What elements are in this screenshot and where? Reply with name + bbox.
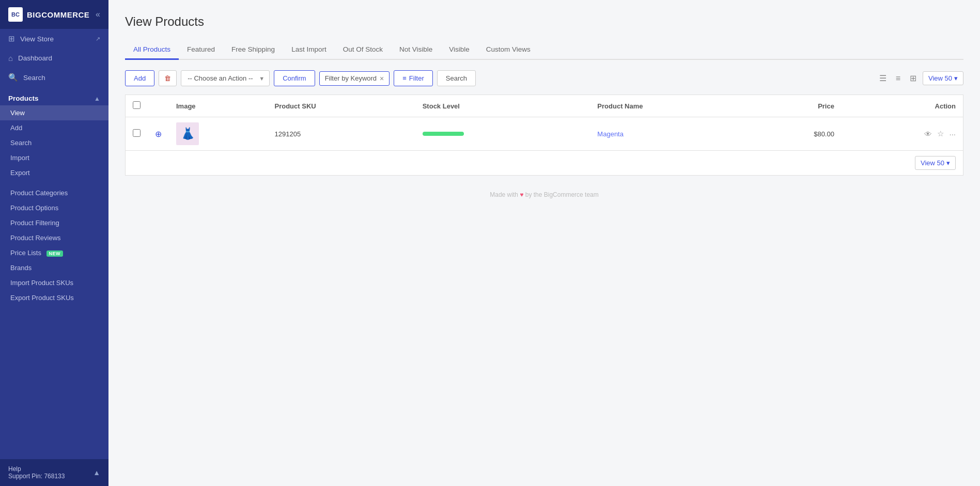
products-table: Image Product SKU Stock Level Product Na… <box>125 95 963 151</box>
products-section-header[interactable]: Products ▲ <box>0 87 108 105</box>
list-view-icon[interactable]: ☰ <box>876 71 890 85</box>
col-name: Product Name <box>590 95 749 117</box>
filter-icon: ≡ <box>402 74 407 82</box>
product-price: $80.00 <box>814 130 834 138</box>
compact-list-icon[interactable]: ≡ <box>893 72 904 85</box>
sidebar-sub-item-import[interactable]: Import <box>0 150 108 165</box>
favorite-icon[interactable]: ☆ <box>937 129 944 138</box>
filter-clear-icon[interactable]: × <box>380 74 384 83</box>
sidebar: BC BIGCOMMERCE « ⊞ View Store ↗ ⌂ Dashbo… <box>0 0 108 486</box>
table-header: Image Product SKU Stock Level Product Na… <box>126 95 963 117</box>
sidebar-sub-item-price-lists[interactable]: Price Lists NEW <box>0 245 108 260</box>
footer-made-with: Made with <box>490 191 520 198</box>
view-count-bottom-chevron: ▾ <box>946 159 950 167</box>
grid-view-icon[interactable]: ⊞ <box>907 71 920 85</box>
add-button[interactable]: Add <box>125 70 154 86</box>
select-all-checkbox[interactable] <box>133 101 141 109</box>
sidebar-sub-item-export[interactable]: Export <box>0 165 108 180</box>
action-select[interactable]: -- Choose an Action -- Delete Set Visibl… <box>181 70 270 86</box>
row-stock-cell <box>415 117 590 151</box>
tab-free-shipping[interactable]: Free Shipping <box>223 40 283 60</box>
search-icon: 🔍 <box>8 73 18 82</box>
col-image: Image <box>169 95 268 117</box>
filter-button[interactable]: ≡ Filter <box>394 70 432 86</box>
col-stock: Stock Level <box>415 95 590 117</box>
row-sku-cell: 1291205 <box>268 117 415 151</box>
support-pin: Support Pin: 768133 <box>8 473 65 480</box>
footer-text: Made with ♥ by the BigCommerce team <box>125 191 963 198</box>
sidebar-sub-item-export-product-skus[interactable]: Export Product SKUs <box>0 290 108 305</box>
sidebar-footer: Help Support Pin: 768133 ▲ <box>0 459 108 486</box>
view-count-label: View 50 <box>928 74 952 82</box>
logo-text: BIGCOMMERCE <box>27 10 89 19</box>
sidebar-item-label: Search <box>23 74 45 82</box>
stock-bar-container <box>423 132 474 136</box>
row-image-cell: 👗 <box>169 117 268 151</box>
tab-custom-views[interactable]: Custom Views <box>478 40 539 60</box>
view-count-bottom-label: View 50 <box>921 159 944 167</box>
sidebar-sub-item-brands[interactable]: Brands <box>0 260 108 275</box>
more-actions-icon[interactable]: ··· <box>949 130 956 138</box>
row-add-icon[interactable]: ⊕ <box>155 130 162 138</box>
products-chevron: ▲ <box>94 95 100 102</box>
sidebar-item-view-store[interactable]: ⊞ View Store ↗ <box>0 29 108 49</box>
filter-label: Filter <box>409 74 424 82</box>
tab-featured[interactable]: Featured <box>179 40 223 60</box>
row-name-cell: Magenta <box>590 117 749 151</box>
sidebar-item-search[interactable]: 🔍 Search <box>0 68 108 87</box>
sidebar-sub-item-product-reviews[interactable]: Product Reviews <box>0 230 108 245</box>
content-area: View Products All Products Featured Free… <box>108 0 980 486</box>
row-checkbox[interactable] <box>133 129 141 137</box>
preview-icon[interactable]: 👁 <box>924 130 932 138</box>
col-add <box>148 95 169 117</box>
view-count-chevron-icon: ▾ <box>954 74 958 82</box>
sidebar-item-label: View Store <box>20 35 54 43</box>
sidebar-sub-item-add[interactable]: Add <box>0 120 108 135</box>
product-sku: 1291205 <box>275 130 301 138</box>
sidebar-item-label: Dashboard <box>18 54 52 62</box>
row-price-cell: $80.00 <box>749 117 842 151</box>
row-actions: 👁 ☆ ··· <box>849 129 956 138</box>
sidebar-sub-item-product-options[interactable]: Product Options <box>0 200 108 215</box>
tab-visible[interactable]: Visible <box>441 40 478 60</box>
sidebar-sub-item-search[interactable]: Search <box>0 135 108 150</box>
sidebar-item-dashboard[interactable]: ⌂ Dashboard <box>0 49 108 68</box>
sidebar-sub-item-view[interactable]: View <box>0 105 108 120</box>
col-sku: Product SKU <box>268 95 415 117</box>
table-body: ⊕ 👗 1291205 Magenta <box>126 117 963 151</box>
table-row: ⊕ 👗 1291205 Magenta <box>126 117 963 151</box>
toolbar: Add 🗑 -- Choose an Action -- Delete Set … <box>125 70 963 86</box>
stock-bar <box>423 132 464 136</box>
filter-keyword-text: Filter by Keyword <box>325 74 377 82</box>
sidebar-header: BC BIGCOMMERCE « <box>0 0 108 29</box>
external-link-icon: ↗ <box>96 36 100 42</box>
store-icon: ⊞ <box>8 34 15 43</box>
sidebar-collapse-button[interactable]: « <box>96 10 100 19</box>
confirm-button[interactable]: Confirm <box>274 70 315 86</box>
sidebar-sub-item-import-product-skus[interactable]: Import Product SKUs <box>0 275 108 290</box>
footer-chevron[interactable]: ▲ <box>93 468 100 477</box>
page-title: View Products <box>125 14 963 29</box>
logo-icon: BC <box>8 7 23 22</box>
help-label: Help <box>8 465 65 473</box>
tab-out-of-stock[interactable]: Out Of Stock <box>335 40 391 60</box>
col-price: Price <box>749 95 842 117</box>
logo-area: BC BIGCOMMERCE <box>8 7 89 22</box>
row-action-cell: 👁 ☆ ··· <box>842 117 963 151</box>
footer-help-area: Help Support Pin: 768133 <box>8 465 65 480</box>
tab-all-products[interactable]: All Products <box>125 40 179 60</box>
product-name-link[interactable]: Magenta <box>597 130 624 138</box>
sidebar-sub-item-product-categories[interactable]: Product Categories <box>0 185 108 200</box>
sidebar-sub-item-product-filtering[interactable]: Product Filtering <box>0 215 108 230</box>
toolbar-right: ☰ ≡ ⊞ View 50 ▾ <box>876 71 963 85</box>
view-count-bottom-button[interactable]: View 50 ▾ <box>915 156 956 170</box>
tabs-bar: All Products Featured Free Shipping Last… <box>125 40 963 60</box>
view-count-button[interactable]: View 50 ▾ <box>923 71 963 85</box>
tab-not-visible[interactable]: Not Visible <box>391 40 441 60</box>
delete-button[interactable]: 🗑 <box>159 70 177 86</box>
tab-last-import[interactable]: Last Import <box>283 40 335 60</box>
products-section-label: Products <box>8 95 39 102</box>
col-action: Action <box>842 95 963 117</box>
search-button[interactable]: Search <box>437 70 476 86</box>
filter-keyword-field[interactable]: Filter by Keyword × <box>319 71 390 86</box>
